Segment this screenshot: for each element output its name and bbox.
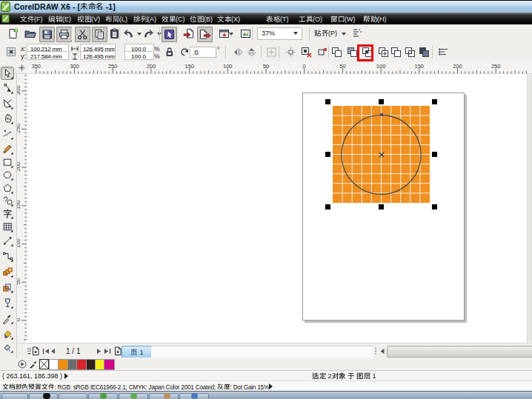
svg-text:0: 0 <box>303 63 306 70</box>
svg-text:250: 250 <box>491 63 501 70</box>
svg-text:200: 200 <box>16 162 21 172</box>
svg-text:200: 200 <box>147 63 156 70</box>
svg-text:50: 50 <box>339 63 345 70</box>
svg-text:50: 50 <box>263 63 269 70</box>
svg-text:150: 150 <box>16 201 21 210</box>
svg-text:300: 300 <box>70 63 79 70</box>
svg-text:100: 100 <box>376 63 386 70</box>
svg-text:0: 0 <box>16 318 21 321</box>
svg-text:200: 200 <box>453 63 462 70</box>
svg-text:50: 50 <box>16 278 21 284</box>
svg-text:150: 150 <box>415 63 425 70</box>
svg-text:100: 100 <box>223 63 233 70</box>
svg-text:350: 350 <box>32 63 41 70</box>
svg-text:250: 250 <box>16 124 21 133</box>
svg-text:100: 100 <box>16 238 21 248</box>
svg-text:150: 150 <box>184 63 194 70</box>
svg-text:300: 300 <box>16 85 21 95</box>
svg-text:250: 250 <box>108 63 118 70</box>
